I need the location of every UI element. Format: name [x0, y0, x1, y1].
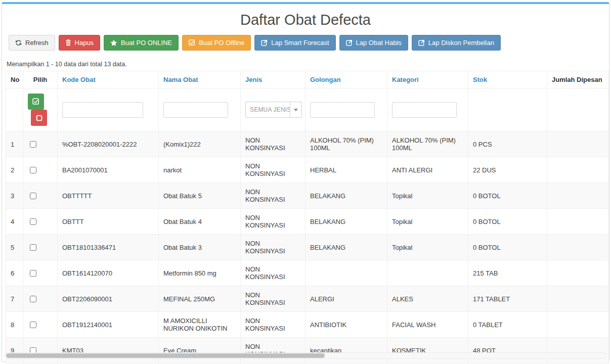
hapus-button[interactable]: Hapus — [59, 35, 101, 51]
stok-cell: 48 POT — [468, 338, 547, 363]
stok-cell: 0 PCS — [468, 131, 547, 157]
stok-cell: 0 BOTOL — [468, 235, 547, 260]
table-row: 2 BA2001070001 narkot NON KONSINYASI HER… — [6, 157, 609, 183]
row-number-cell: 6 — [6, 260, 23, 286]
golongan-cell: ALKOHOL 70% (PIM) 100ML — [305, 131, 387, 157]
row-number-cell: 1 — [6, 131, 23, 157]
record-count-summary: Menampilkan 1 - 10 data dari total 13 da… — [7, 61, 605, 68]
dropdown-caret-box — [290, 102, 301, 117]
jenis-filter-dropdown[interactable]: SEMUA JENIS — [245, 102, 302, 118]
nama-obat-cell: Metformin 850 mg — [159, 260, 241, 286]
column-header-nama-obat[interactable]: Nama Obat — [159, 71, 241, 88]
jenis-cell: NON KONSINYASI — [241, 183, 305, 209]
kode-obat-filter-input[interactable] — [62, 102, 143, 118]
buat-po-online-button-label: Buat PO ONLINE — [121, 39, 172, 47]
kode-obat-cell: OBT1614120070 — [58, 260, 159, 286]
star-icon — [110, 39, 117, 47]
toolbar: Refresh Hapus Buat PO ONLINE Buat PO Off… — [6, 35, 605, 51]
deselect-all-button[interactable] — [31, 110, 47, 126]
filter-cell-kategori — [387, 88, 468, 131]
table-row: 7 OBT2206090001 MEFINAL 250MG NON KONSIN… — [6, 286, 609, 312]
filter-cell-jenis: SEMUA JENIS — [241, 88, 305, 131]
column-header-pilih: Pilih — [23, 71, 58, 88]
jenis-cell: NON KONSINYASI — [241, 260, 305, 286]
table-body: 1 %OBT-2208020001-2222 (Komix1)222 NON K… — [6, 131, 609, 364]
table-row: 5 OBT18101336471 Obat Batuk 3 NON KONSIN… — [6, 235, 609, 260]
column-header-no: No — [6, 71, 23, 88]
filter-cell-stok — [468, 88, 547, 131]
nama-obat-cell: MEFINAL 250MG — [159, 286, 241, 312]
buat-po-online-button[interactable]: Buat PO ONLINE — [104, 35, 179, 51]
column-header-golongan[interactable]: Golongan — [305, 71, 387, 88]
jumlah-dipesan-cell — [547, 312, 609, 338]
table-row: 1 %OBT-2208020001-2222 (Komix1)222 NON K… — [6, 131, 609, 157]
jumlah-dipesan-cell — [547, 183, 609, 209]
row-select-checkbox[interactable] — [30, 270, 36, 277]
jenis-cell: NON KONSINYASI — [241, 157, 305, 183]
jumlah-dipesan-cell — [547, 338, 609, 363]
row-select-cell — [23, 338, 58, 363]
row-select-checkbox[interactable] — [30, 244, 36, 251]
kategori-cell: ANTI ALERGI — [387, 157, 468, 183]
row-select-checkbox[interactable] — [30, 322, 36, 328]
row-select-cell — [23, 260, 58, 286]
row-select-checkbox[interactable] — [30, 167, 36, 173]
golongan-cell — [305, 260, 387, 286]
kode-obat-cell: OBTTT — [58, 209, 159, 235]
horizontal-scrollbar-track[interactable] — [5, 352, 606, 359]
kategori-cell: FACIAL WASH — [387, 312, 468, 338]
kode-obat-cell: KMT03 — [58, 338, 159, 363]
nama-obat-cell: Obat Batuk 4 — [159, 209, 241, 235]
row-select-checkbox[interactable] — [30, 296, 36, 302]
external-link-square-icon — [418, 39, 425, 46]
row-select-cell — [23, 157, 58, 183]
stok-cell: 22 DUS — [468, 157, 547, 183]
chevron-down-icon — [294, 109, 298, 111]
row-select-cell — [23, 312, 58, 338]
stok-cell: 215 TAB — [468, 260, 547, 286]
kategori-filter-input[interactable] — [392, 102, 457, 118]
column-header-kode-obat[interactable]: Kode Obat — [58, 71, 159, 88]
row-select-cell — [23, 131, 58, 157]
select-all-button[interactable] — [28, 94, 44, 110]
nama-obat-cell: Obat Batuk 3 — [159, 235, 241, 260]
refresh-button[interactable]: Refresh — [9, 35, 55, 51]
row-select-checkbox[interactable] — [30, 193, 36, 199]
row-select-checkbox[interactable] — [30, 218, 36, 225]
nama-obat-cell: (Komix1)222 — [159, 131, 241, 157]
buat-po-offline-button-label: Buat PO Offline — [199, 39, 244, 47]
lap-diskon-pembelian-button-label: Lap Diskon Pembelian — [428, 39, 494, 47]
kategori-cell: Topikal — [387, 235, 468, 260]
lap-smart-forecast-button-label: Lap Smart Forecast — [271, 39, 329, 47]
column-header-stok[interactable]: Stok — [468, 71, 547, 88]
jenis-cell: NON KONSINYASI — [241, 286, 305, 312]
horizontal-scrollbar-thumb[interactable] — [6, 353, 325, 358]
nama-obat-filter-input[interactable] — [163, 102, 228, 118]
lap-obat-habis-button[interactable]: Lap Obat Habis — [339, 35, 408, 51]
buat-po-offline-button[interactable]: Buat PO Offline — [182, 35, 251, 51]
jumlah-dipesan-cell — [547, 286, 609, 312]
row-number-cell: 4 — [6, 209, 23, 235]
jenis-cell: NON KONSINYASI — [241, 338, 305, 363]
lap-diskon-pembelian-button[interactable]: Lap Diskon Pembelian — [412, 35, 501, 51]
row-select-cell — [23, 235, 58, 260]
row-select-cell — [23, 183, 58, 209]
jumlah-dipesan-cell — [547, 157, 609, 183]
row-number-cell: 8 — [6, 312, 23, 338]
column-header-jenis[interactable]: Jenis — [241, 71, 305, 88]
column-header-kategori[interactable]: Kategori — [387, 71, 468, 88]
row-number-cell: 3 — [6, 183, 23, 209]
filter-cell-nama-obat — [159, 88, 241, 131]
jumlah-dipesan-cell — [547, 235, 609, 260]
table-row: 8 OBT1912140001 M AMOXICILLI NURIKON ONI… — [6, 312, 609, 338]
page-title: Daftar Obat Defecta — [6, 12, 605, 28]
jenis-cell: NON KONSINYASI — [241, 235, 305, 260]
row-select-checkbox[interactable] — [30, 141, 36, 148]
filter-cell-kode-obat — [58, 88, 159, 131]
column-header-jumlah-dipesan: Jumlah Dipesan — [547, 71, 609, 88]
golongan-cell: HERBAL — [305, 157, 387, 183]
golongan-filter-input[interactable] — [310, 102, 375, 118]
lap-smart-forecast-button[interactable]: Lap Smart Forecast — [254, 35, 335, 51]
filter-cell-jumlah-dipesan — [547, 88, 609, 131]
row-select-cell — [23, 209, 58, 235]
